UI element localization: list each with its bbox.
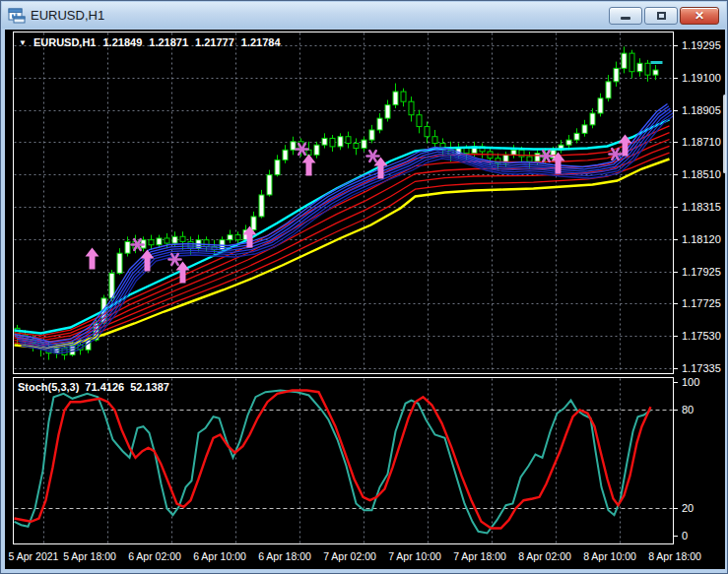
up-arrow-icon xyxy=(302,155,316,176)
axis-tick xyxy=(674,110,678,111)
star-icon xyxy=(367,151,379,161)
axis-tick xyxy=(674,382,678,383)
window-title: EURUSD,H1 xyxy=(31,8,104,23)
stoch-axis-label: 0 xyxy=(682,530,688,542)
close-button[interactable]: ✕ xyxy=(680,7,719,25)
chart-ohlc-header: ▼ EURUSD,H1 1.21849 1.21871 1.21777 1.21… xyxy=(19,36,281,48)
stoch-pane-border xyxy=(14,378,674,544)
restore-button[interactable] xyxy=(644,7,678,25)
ohlc-high-value: 1.21871 xyxy=(149,36,188,48)
price-axis-label: 1.18510 xyxy=(682,168,721,180)
axis-tick xyxy=(674,45,678,46)
stoch-axis-label: 100 xyxy=(682,376,699,388)
stoch-axis-label: 20 xyxy=(682,502,694,514)
stochastic-name-label: Stoch(5,3,3) xyxy=(18,381,79,393)
stochastic-indicator-pane[interactable] xyxy=(13,377,674,544)
time-axis-label: 7 Apr 18:00 xyxy=(453,550,506,562)
close-icon: ✕ xyxy=(695,10,704,22)
price-axis-label: 1.18905 xyxy=(682,104,721,116)
price-axis-label: 1.17725 xyxy=(682,297,721,309)
window-titlebar[interactable]: EURUSD,H1 ✕ xyxy=(2,2,726,29)
time-axis-label: 6 Apr 18:00 xyxy=(258,550,311,562)
window-border-highlight xyxy=(723,95,726,173)
price-axis[interactable]: 1.192951.191001.189051.187101.185101.183… xyxy=(674,30,725,569)
axis-tick xyxy=(674,508,678,509)
price-axis-label: 1.18120 xyxy=(682,233,721,245)
mt4-chart-window: EURUSD,H1 ✕ ▼ EURUSD,H1 1.21849 1.21871 … xyxy=(0,0,728,574)
ohlc-close-value: 1.21784 xyxy=(241,36,281,48)
up-arrow-icon xyxy=(86,248,99,270)
axis-tick xyxy=(674,207,678,208)
stoch-axis-label: 80 xyxy=(682,404,694,415)
axis-tick xyxy=(674,536,678,537)
axis-tick xyxy=(674,272,678,273)
time-axis-label: 6 Apr 10:00 xyxy=(193,550,246,562)
time-axis-label: 8 Apr 02:00 xyxy=(518,550,571,562)
axis-tick xyxy=(674,336,678,337)
yellow-ma-line xyxy=(15,159,670,349)
time-axis-label: 7 Apr 10:00 xyxy=(388,550,441,562)
axis-tick xyxy=(674,239,678,240)
chart-window-icon xyxy=(8,8,26,24)
stochastic-header: Stoch(5,3,3) 71.4126 52.1387 xyxy=(18,381,169,393)
price-axis-label: 1.17335 xyxy=(682,362,721,374)
stoch-percent-d-line xyxy=(15,391,651,529)
axis-tick xyxy=(674,174,678,175)
stoch-grid xyxy=(44,379,621,543)
axis-tick xyxy=(674,78,678,79)
symbol-dropdown-icon[interactable]: ▼ xyxy=(19,38,27,47)
red-ma-ribbon xyxy=(15,126,670,346)
time-axis-label: 8 Apr 18:00 xyxy=(648,550,701,562)
time-axis-label: 5 Apr 2021 xyxy=(9,550,59,562)
chart-symbol-label: EURUSD,H1 xyxy=(33,36,97,48)
restore-icon xyxy=(657,12,666,20)
price-axis-label: 1.18710 xyxy=(682,136,721,148)
axis-tick xyxy=(674,368,678,369)
stochastic-main-value: 71.4126 xyxy=(85,381,124,393)
time-axis-label: 8 Apr 10:00 xyxy=(583,550,636,562)
window-controls: ✕ xyxy=(609,7,719,25)
stochastic-signal-value: 52.1387 xyxy=(130,381,169,393)
time-axis-label: 7 Apr 02:00 xyxy=(323,550,376,562)
price-axis-label: 1.19100 xyxy=(682,72,721,84)
price-axis-label: 1.19295 xyxy=(682,39,721,51)
price-axis-label: 1.17530 xyxy=(682,330,721,342)
axis-tick xyxy=(674,142,678,143)
price-axis-label: 1.17925 xyxy=(682,266,721,278)
chart-client-area: ▼ EURUSD,H1 1.21849 1.21871 1.21777 1.21… xyxy=(5,30,725,569)
price-axis-label: 1.18315 xyxy=(682,201,721,213)
ohlc-open-value: 1.21849 xyxy=(103,36,143,48)
time-axis-label: 6 Apr 02:00 xyxy=(128,550,181,562)
minimize-icon xyxy=(621,17,630,20)
ohlc-low-value: 1.21777 xyxy=(195,36,234,48)
time-axis-label: 5 Apr 18:00 xyxy=(63,550,116,562)
axis-tick xyxy=(674,410,678,411)
minimize-button[interactable] xyxy=(609,7,642,25)
axis-tick xyxy=(674,303,678,304)
time-axis[interactable]: 5 Apr 20215 Apr 18:006 Apr 02:006 Apr 10… xyxy=(5,547,725,567)
price-chart-pane[interactable] xyxy=(13,32,674,374)
